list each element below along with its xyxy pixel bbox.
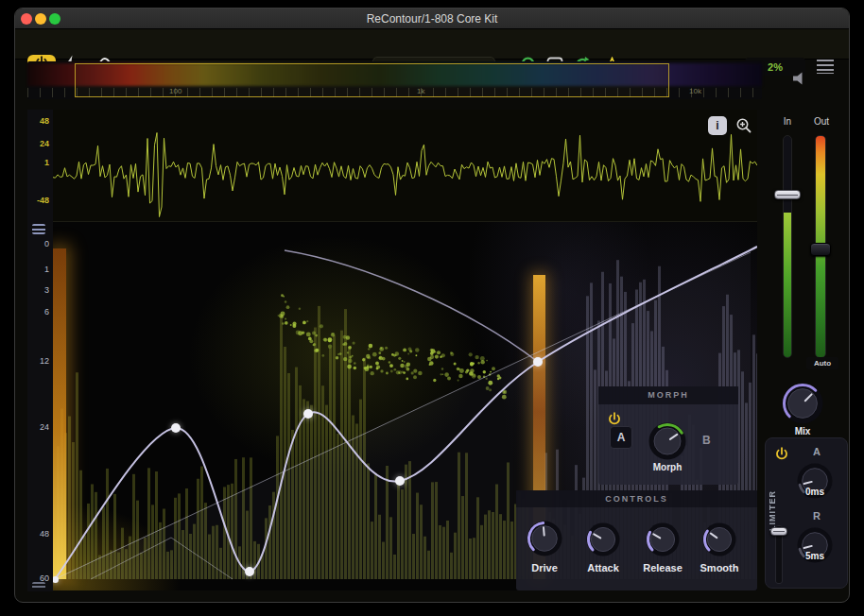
limiter-attack-knob[interactable]: 0ms	[797, 463, 833, 499]
limiter-release-knob[interactable]: 5ms	[797, 527, 833, 563]
mix-knob-label: Mix	[777, 426, 828, 436]
attack-knob-label: Attack	[582, 562, 624, 573]
speaker-icon	[792, 73, 809, 89]
morph-panel-title: MORPH	[598, 386, 738, 404]
envelope-point[interactable]	[245, 567, 254, 576]
limiter-release-label: R	[809, 510, 824, 522]
morph-panel: MORPH A B Morph	[598, 386, 738, 485]
drive-knob-label: Drive	[524, 562, 565, 573]
screen-background: ReContour/1-808 Core Kit < In N Out Bass…	[0, 0, 864, 616]
drive-knob[interactable]	[527, 521, 562, 556]
attack-knob[interactable]	[586, 522, 620, 556]
ruler-label: -48	[37, 196, 49, 205]
envelope-point[interactable]	[395, 476, 405, 486]
ruler-label: 0	[44, 239, 49, 248]
limiter-title: LIMITER	[768, 469, 777, 531]
release-knob-label: Release	[642, 562, 683, 573]
morph-b-button[interactable]: B	[702, 434, 711, 447]
magnifier-plus-icon	[735, 121, 752, 137]
toolbar: < In N Out Bassers >	[15, 29, 849, 60]
input-meter	[783, 135, 792, 358]
input-gain-fader[interactable]	[774, 190, 801, 199]
bottom-resize-grip[interactable]	[32, 582, 45, 590]
release-knob[interactable]	[646, 522, 680, 556]
envelope-point[interactable]	[53, 576, 59, 583]
mix-knob[interactable]	[782, 383, 823, 424]
in-label: In	[776, 116, 799, 127]
window-title: ReContour/1-808 Core Kit	[15, 12, 849, 26]
title-bar: ReContour/1-808 Core Kit	[15, 9, 849, 29]
ruler-label: 6	[44, 307, 49, 317]
limiter-panel: A 0ms LIMITER R 5ms	[765, 437, 848, 589]
envelope-point[interactable]	[171, 423, 181, 433]
info-button[interactable]: i	[708, 116, 727, 135]
power-icon	[773, 450, 790, 466]
ruler-label: 24	[40, 139, 49, 148]
freq-label: 10k	[689, 87, 701, 95]
menu-button[interactable]	[817, 60, 834, 74]
waveform-display: i	[53, 110, 757, 222]
waveform-trace	[53, 110, 757, 222]
controls-panel: CONTROLS Drive Attack Release Smooth	[516, 490, 757, 590]
band-selection-box[interactable]	[75, 63, 669, 97]
smooth-knob-label: Smooth	[699, 562, 740, 573]
auto-gain-toggle[interactable]: Auto	[806, 357, 838, 369]
plugin-window: ReContour/1-808 Core Kit < In N Out Bass…	[14, 8, 850, 603]
ruler-label: 12	[40, 356, 49, 366]
controls-panel-title: CONTROLS	[516, 490, 757, 507]
morph-knob[interactable]	[648, 422, 686, 460]
envelope-editor[interactable]: MORPH A B Morph CONTROLS Drive A	[53, 222, 757, 590]
zoom-in-button[interactable]	[735, 117, 752, 134]
limiter-power-button[interactable]	[773, 446, 790, 463]
ruler-label: 3	[44, 285, 49, 295]
ruler-label: 48	[40, 529, 49, 539]
smooth-knob[interactable]	[702, 522, 736, 556]
ruler-label: 1	[44, 265, 49, 274]
monitor-button[interactable]	[792, 71, 809, 86]
morph-knob-label: Morph	[639, 462, 696, 472]
ruler-label: 24	[40, 422, 49, 432]
input-meter-fill	[784, 213, 791, 357]
limiter-attack-label: A	[809, 446, 824, 457]
ruler-label: 1	[44, 158, 49, 167]
db-ruler: 48 24 1 -48 0 1 3 6 12 24 48 60	[27, 110, 53, 591]
envelope-point[interactable]	[533, 357, 543, 367]
out-label: Out	[809, 116, 834, 127]
output-gain-fader[interactable]	[810, 243, 831, 256]
morph-a-button[interactable]: A	[610, 426, 632, 449]
spectrum-strip: 100 1k 10k	[27, 61, 762, 99]
panel-resize-grip[interactable]	[32, 224, 45, 234]
limiter-threshold-fader[interactable]	[770, 527, 787, 536]
envelope-point[interactable]	[303, 409, 313, 419]
ruler-label: 48	[40, 116, 49, 126]
